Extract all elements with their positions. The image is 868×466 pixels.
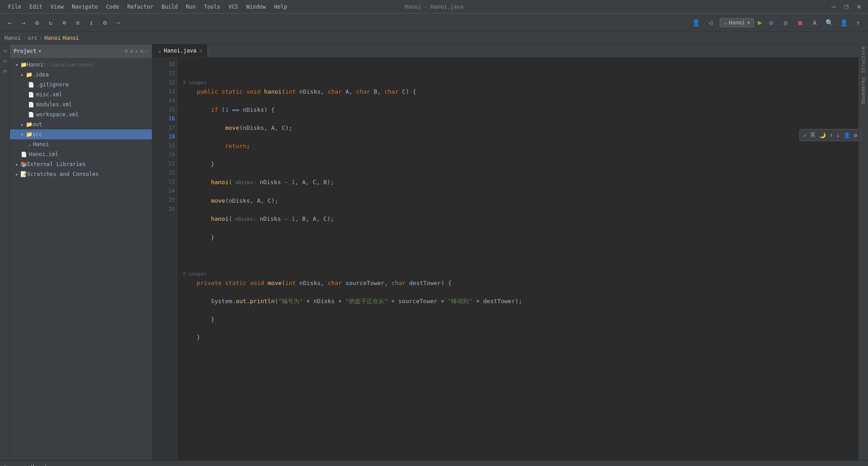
ft-check-icon[interactable]: ✓ bbox=[803, 132, 807, 138]
tree-item-workspace-xml[interactable]: 📄 workspace.xml bbox=[10, 109, 152, 119]
sort-icon[interactable]: ↕ bbox=[135, 48, 138, 54]
code-line-11: 3 usages public static void hanoi(int nD… bbox=[183, 78, 853, 96]
breadcrumb-src[interactable]: src bbox=[28, 35, 38, 41]
menu-code[interactable]: Code bbox=[103, 3, 123, 11]
tree-item-misc-xml[interactable]: 📄 misc.xml bbox=[10, 90, 152, 100]
run-config-dropdown-icon: ▾ bbox=[747, 19, 750, 26]
ln-18: 18 bbox=[154, 132, 175, 141]
menu-refactor[interactable]: Refactor bbox=[123, 3, 157, 11]
ln-12: 12 bbox=[154, 78, 175, 87]
run-panel-header: Run: ▶ Hanoi ✕ ⚙ bbox=[0, 461, 868, 466]
run-tabs: Run: ▶ Hanoi ✕ bbox=[4, 461, 56, 466]
ft-settings-icon[interactable]: ⚙ bbox=[854, 132, 857, 138]
collapse-all-icon[interactable]: ≡ bbox=[130, 48, 133, 54]
menu-view[interactable]: View bbox=[47, 3, 67, 11]
close-button[interactable]: ✕ bbox=[854, 2, 863, 11]
expand-icon-src: ▾ bbox=[21, 132, 24, 138]
locate-icon[interactable]: ⊕ bbox=[125, 48, 128, 54]
run-settings-icon[interactable]: ⚙ bbox=[861, 464, 864, 466]
sidebar-structure-icon[interactable]: S bbox=[0, 57, 9, 66]
ft-person-icon[interactable]: 👤 bbox=[844, 132, 850, 138]
code-line-15: } bbox=[183, 160, 853, 169]
ext-libs-label: External Libraries bbox=[27, 161, 86, 167]
project-panel-actions: ⊕ ≡ ↕ ⚙ − bbox=[125, 48, 148, 54]
toolbar-gear-icon[interactable]: ⚙ bbox=[99, 17, 110, 28]
ln-17: 17 bbox=[154, 123, 175, 132]
menu-run[interactable]: Run bbox=[182, 3, 199, 11]
toolbar-settings-icon[interactable]: ⚙ bbox=[32, 17, 42, 28]
idea-label: .idea bbox=[33, 71, 49, 78]
tree-item-hanoi-root[interactable]: ▾ 📁 Hanoi D:\JavaCode\Hanoi bbox=[10, 60, 152, 70]
scratches-icon: 📝 bbox=[20, 171, 27, 177]
run-stop-button[interactable]: ■ bbox=[795, 17, 806, 28]
sidebar-project-icon[interactable]: P bbox=[0, 47, 9, 56]
hanoi-iml-label: Hanoi.iml bbox=[29, 151, 58, 157]
ln-22: 22 bbox=[154, 168, 175, 177]
menu-navigate[interactable]: Navigate bbox=[68, 3, 102, 11]
run-configuration[interactable]: ☕ Hanoi ▾ bbox=[720, 18, 755, 27]
maximize-button[interactable]: ❐ bbox=[842, 2, 851, 11]
toolbar-minus-icon[interactable]: − bbox=[113, 17, 124, 28]
menu-window[interactable]: Window bbox=[243, 3, 269, 11]
bookmarks-panel[interactable]: Bookmarks bbox=[859, 75, 868, 106]
ln-13: 13 bbox=[154, 87, 175, 96]
code-line-22: 2 usages private static void move(int nD… bbox=[183, 269, 853, 288]
xml-icon-misc: 📄 bbox=[28, 92, 34, 98]
update-icon[interactable]: ↑ bbox=[853, 17, 863, 28]
code-area[interactable]: 3 usages public static void hanoi(int nD… bbox=[177, 58, 858, 460]
ft-lang-button[interactable]: 英 bbox=[810, 131, 816, 139]
user-icon[interactable]: 👤 bbox=[838, 17, 849, 28]
toolbar-forward-icon[interactable]: → bbox=[18, 17, 29, 28]
toolbar-profile-icon[interactable]: 👤 bbox=[691, 17, 702, 28]
run-tab-hanoi[interactable]: ▶ Hanoi ✕ bbox=[22, 461, 56, 466]
toolbar-back-icon[interactable]: ← bbox=[5, 17, 15, 28]
run-tab-close-icon[interactable]: ✕ bbox=[49, 464, 52, 466]
tree-item-hanoi-java[interactable]: ☕ Hanoi bbox=[10, 139, 152, 149]
tree-item-ext-libs[interactable]: ▸ 📚 External Libraries bbox=[10, 159, 152, 169]
tree-item-modules-xml[interactable]: 📄 modules.xml bbox=[10, 100, 152, 109]
close-panel-icon[interactable]: − bbox=[145, 48, 148, 54]
expand-icon-ext: ▸ bbox=[15, 162, 19, 167]
toolbar-collapse-icon[interactable]: ≡ bbox=[72, 17, 83, 28]
sidebar-bookmarks-icon[interactable]: B bbox=[0, 67, 9, 76]
tree-item-scratches[interactable]: ▸ 📝 Scratches and Consoles bbox=[10, 169, 152, 179]
breadcrumb-class-name[interactable]: Hanoi bbox=[62, 35, 79, 41]
breadcrumb-hanoi[interactable]: Hanoi bbox=[5, 35, 21, 41]
minimize-button[interactable]: — bbox=[829, 2, 838, 11]
tab-hanoi-java[interactable]: ☕ Hanoi.java ✕ bbox=[152, 44, 208, 57]
menu-build[interactable]: Build bbox=[158, 3, 181, 11]
menu-tools[interactable]: Tools bbox=[200, 3, 224, 11]
run-tab-label: Hanoi bbox=[31, 464, 47, 466]
xml-icon-modules: 📄 bbox=[28, 102, 34, 108]
breadcrumb-hanoi-class[interactable]: Hanoi bbox=[44, 35, 61, 41]
toolbar-go-back-icon[interactable]: ◁ bbox=[705, 17, 716, 28]
tab-close-icon[interactable]: ✕ bbox=[199, 48, 202, 54]
project-panel: Project ▾ ⊕ ≡ ↕ ⚙ − ▾ 📁 Hanoi D:\JavaCod… bbox=[10, 44, 152, 460]
translate-icon[interactable]: A bbox=[809, 17, 820, 28]
project-dropdown-icon[interactable]: ▾ bbox=[38, 48, 42, 54]
top-toolbar: ← → ⚙ ↻ ⊕ ≡ ↕ ⚙ − 👤 ◁ ☕ Hanoi ▾ ▶ ⚙ ◎ ■ … bbox=[0, 14, 868, 32]
code-line-16: hanoi( nDisks: nDisks - 1, A, C, B); bbox=[183, 178, 853, 187]
toolbar-sort-icon[interactable]: ↕ bbox=[86, 17, 97, 28]
ft-moon-icon[interactable]: 🌙 bbox=[819, 132, 826, 138]
run-debug-button[interactable]: ⚙ bbox=[766, 17, 777, 28]
run-coverage-button[interactable]: ◎ bbox=[780, 17, 791, 28]
toolbar-sync-icon[interactable]: ↻ bbox=[45, 17, 56, 28]
tree-item-hanoi-iml[interactable]: 📄 Hanoi.iml bbox=[10, 149, 152, 159]
window-controls: — ❐ ✕ bbox=[829, 2, 863, 11]
search-icon[interactable]: 🔍 bbox=[824, 17, 835, 28]
menu-vcs[interactable]: VCS bbox=[225, 3, 242, 11]
tree-item-gitignore[interactable]: 📄 .gitignore bbox=[10, 80, 152, 90]
tree-item-out[interactable]: ▸ 📁 out bbox=[10, 119, 152, 129]
tree-item-src[interactable]: ▾ 📁 src bbox=[10, 129, 152, 139]
ft-up-icon[interactable]: ↑ bbox=[830, 132, 833, 138]
settings-icon[interactable]: ⚙ bbox=[140, 48, 143, 54]
menu-file[interactable]: File bbox=[5, 3, 25, 11]
menu-help[interactable]: Help bbox=[270, 3, 291, 11]
toolbar-navigate-icon[interactable]: ⊕ bbox=[59, 17, 70, 28]
structure-panel[interactable]: Structure bbox=[859, 44, 868, 75]
menu-edit[interactable]: Edit bbox=[26, 3, 46, 11]
tree-item-idea[interactable]: ▸ 📁 .idea bbox=[10, 70, 152, 80]
ft-down-icon[interactable]: ↓ bbox=[837, 132, 840, 138]
run-play-button[interactable]: ▶ bbox=[758, 18, 762, 27]
